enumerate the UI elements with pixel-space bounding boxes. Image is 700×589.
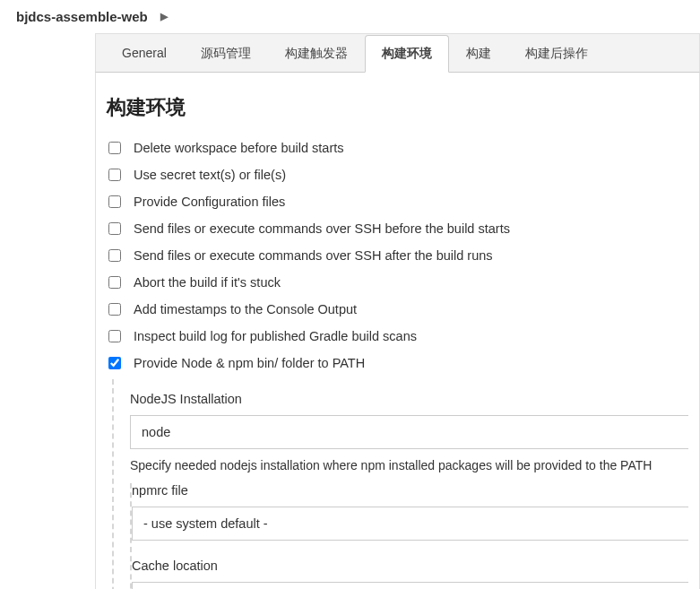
checkbox-gradle-scan[interactable] (108, 330, 121, 342)
node-inner-block: npmrc file Cache location (130, 483, 688, 589)
cache-input[interactable] (132, 582, 688, 589)
tab-triggers[interactable]: 构建触发器 (268, 35, 365, 73)
check-row-delete-ws: Delete workspace before build starts (107, 137, 688, 159)
checkbox-timestamps[interactable] (108, 303, 121, 316)
chevron-right-icon: ▶ (160, 11, 168, 22)
checkbox-abort-stuck[interactable] (108, 276, 121, 289)
nodejs-install-help: Specify needed nodejs installation where… (130, 458, 688, 472)
section-title: 构建环境 (107, 94, 688, 121)
checkbox-use-secret[interactable] (108, 169, 121, 181)
label-abort-stuck: Abort the build if it's stuck (134, 275, 281, 290)
check-row-abort-stuck: Abort the build if it's stuck (107, 272, 688, 293)
npmrc-input[interactable] (132, 507, 688, 541)
content-area: 构建环境 Delete workspace before build start… (95, 72, 700, 589)
checkbox-node-path[interactable] (108, 357, 121, 369)
npmrc-label: npmrc file (132, 483, 688, 498)
nodejs-install-input[interactable] (130, 415, 688, 449)
label-delete-ws: Delete workspace before build starts (134, 141, 344, 155)
check-row-node-path: Provide Node & npm bin/ folder to PATH (107, 352, 688, 374)
label-use-secret: Use secret text(s) or file(s) (134, 168, 286, 182)
tab-env[interactable]: 构建环境 (365, 35, 449, 73)
label-timestamps: Add timestamps to the Console Output (134, 302, 357, 316)
checkbox-ssh-before[interactable] (108, 222, 121, 235)
label-gradle-scan: Inspect build log for published Gradle b… (134, 329, 417, 343)
checkbox-delete-ws[interactable] (108, 142, 121, 154)
label-provide-config: Provide Configuration files (134, 195, 285, 209)
check-row-timestamps: Add timestamps to the Console Output (107, 299, 688, 320)
nodejs-install-label: NodeJS Installation (130, 392, 688, 406)
checkbox-provide-config[interactable] (108, 195, 121, 208)
checkbox-ssh-after[interactable] (108, 249, 121, 262)
check-row-gradle-scan: Inspect build log for published Gradle b… (107, 325, 688, 347)
breadcrumb-project[interactable]: bjdcs-assemble-web (16, 9, 148, 24)
check-row-ssh-after: Send files or execute commands over SSH … (107, 245, 688, 266)
tabs-bar: General 源码管理 构建触发器 构建环境 构建 构建后操作 (95, 33, 700, 72)
tab-post[interactable]: 构建后操作 (508, 35, 605, 73)
cache-label: Cache location (132, 559, 688, 573)
label-ssh-after: Send files or execute commands over SSH … (134, 248, 493, 263)
label-ssh-before: Send files or execute commands over SSH … (134, 221, 510, 236)
tab-build[interactable]: 构建 (449, 35, 508, 73)
check-row-provide-config: Provide Configuration files (107, 191, 688, 212)
tab-scm[interactable]: 源码管理 (184, 35, 268, 73)
breadcrumb: bjdcs-assemble-web ▶ (0, 0, 700, 33)
tab-general[interactable]: General (105, 35, 184, 73)
check-row-use-secret: Use secret text(s) or file(s) (107, 164, 688, 186)
check-row-ssh-before: Send files or execute commands over SSH … (107, 218, 688, 239)
label-node-path: Provide Node & npm bin/ folder to PATH (134, 356, 365, 370)
node-config-block: NodeJS Installation Specify needed nodej… (112, 379, 688, 589)
